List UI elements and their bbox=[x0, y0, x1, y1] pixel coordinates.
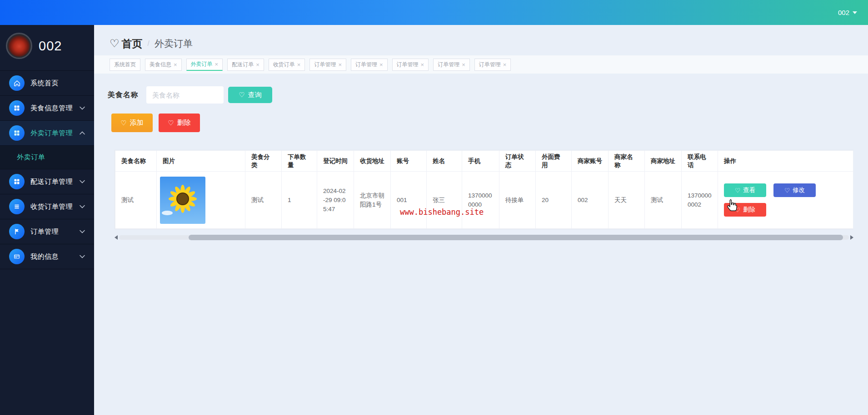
query-button[interactable]: 查询 bbox=[228, 87, 272, 103]
tab-order-mgmt-2[interactable]: 订单管理 bbox=[351, 59, 388, 71]
col-header: 外面费用 bbox=[536, 151, 572, 172]
search-row: 美食名称 查询 bbox=[108, 86, 868, 104]
cell-category: 测试 bbox=[245, 172, 282, 229]
cell-contact-phone: 13700000002 bbox=[682, 172, 718, 229]
sidebar-item-system-home[interactable]: 系统首页 bbox=[0, 71, 94, 96]
close-icon[interactable] bbox=[297, 62, 301, 68]
sidebar-item-label: 外卖订单管理 bbox=[30, 129, 73, 138]
sidebar: 002 系统首页 美食信息管理 外卖订单管理 bbox=[0, 25, 94, 415]
tab-order-mgmt-1[interactable]: 订单管理 bbox=[309, 59, 346, 71]
close-icon[interactable] bbox=[256, 62, 259, 68]
sidebar-subitem-takeout-order[interactable]: 外卖订单 bbox=[0, 146, 94, 169]
table-header-row: 美食名称 图片 美食分类 下单数量 登记时间 收货地址 账号 姓名 手机 订单状… bbox=[115, 151, 853, 172]
tab-label: 美食信息 bbox=[150, 61, 171, 69]
col-header: 操作 bbox=[718, 151, 853, 172]
col-header: 登记时间 bbox=[317, 151, 354, 172]
heart-icon bbox=[735, 206, 740, 213]
tab-food-info[interactable]: 美食信息 bbox=[145, 59, 182, 71]
tab-label: 订单管理 bbox=[479, 61, 501, 69]
sidebar-item-label: 收货订单管理 bbox=[30, 203, 73, 211]
sidebar-item-receive-orders[interactable]: 收货订单管理 bbox=[0, 194, 94, 219]
logo-text: 002 bbox=[39, 39, 62, 54]
view-button-label: 查看 bbox=[743, 186, 755, 194]
row-delete-button-label: 删除 bbox=[743, 206, 755, 214]
list-icon bbox=[9, 199, 25, 214]
sidebar-item-label: 我的信息 bbox=[30, 252, 59, 261]
chevron-down-icon bbox=[80, 205, 85, 208]
col-header: 收货地址 bbox=[354, 151, 391, 172]
chevron-down-icon bbox=[80, 106, 85, 110]
home-icon bbox=[9, 75, 25, 91]
close-icon[interactable] bbox=[338, 62, 342, 68]
food-photo[interactable] bbox=[160, 177, 205, 224]
cell-name: 张三 bbox=[427, 172, 462, 229]
sidebar-item-takeout-orders[interactable]: 外卖订单管理 bbox=[0, 121, 94, 146]
tab-system-home[interactable]: 系统首页 bbox=[110, 59, 140, 71]
breadcrumb-current: 外卖订单 bbox=[155, 37, 193, 50]
delete-button[interactable]: 删除 bbox=[159, 114, 200, 132]
sidebar-item-label: 订单管理 bbox=[30, 227, 59, 236]
tab-label: 配送订单 bbox=[232, 61, 254, 69]
breadcrumb-home[interactable]: 首页 bbox=[122, 37, 143, 51]
tab-label: 订单管理 bbox=[397, 61, 419, 69]
sidebar-subitem-label: 外卖订单 bbox=[17, 153, 45, 162]
breadcrumb: 首页 / 外卖订单 bbox=[94, 25, 868, 52]
card-icon bbox=[9, 249, 25, 264]
sidebar-item-food-info[interactable]: 美食信息管理 bbox=[0, 96, 94, 121]
tab-takeout-order[interactable]: 外卖订单 bbox=[186, 59, 223, 71]
tab-receive-order[interactable]: 收货订单 bbox=[269, 59, 305, 71]
tab-order-mgmt-4[interactable]: 订单管理 bbox=[433, 59, 470, 71]
tab-bar: 系统首页 美食信息 外卖订单 配送订单 收货订单 订单管理 订单管理 订单管理 bbox=[94, 55, 868, 74]
search-label: 美食名称 bbox=[108, 90, 139, 100]
heart-icon bbox=[784, 187, 790, 194]
col-header: 美食名称 bbox=[115, 151, 157, 172]
tab-delivery-order[interactable]: 配送订单 bbox=[227, 59, 264, 71]
close-icon[interactable] bbox=[503, 62, 507, 68]
tab-order-mgmt-3[interactable]: 订单管理 bbox=[392, 59, 429, 71]
add-button[interactable]: 添加 bbox=[111, 114, 153, 132]
close-icon[interactable] bbox=[174, 62, 177, 68]
user-menu[interactable]: 002 bbox=[838, 9, 857, 16]
chevron-down-icon bbox=[80, 255, 85, 258]
scroll-left-icon[interactable] bbox=[115, 235, 118, 240]
tab-label: 订单管理 bbox=[438, 61, 459, 69]
close-icon[interactable] bbox=[215, 61, 219, 67]
query-button-label: 查询 bbox=[248, 91, 262, 99]
orders-table: 美食名称 图片 美食分类 下单数量 登记时间 收货地址 账号 姓名 手机 订单状… bbox=[115, 150, 853, 229]
row-delete-button[interactable]: 删除 bbox=[724, 203, 766, 217]
main-content: 首页 / 外卖订单 系统首页 美食信息 外卖订单 配送订单 收货订单 订单管理 … bbox=[94, 25, 868, 415]
scroll-right-icon[interactable] bbox=[850, 235, 853, 240]
logo-avatar bbox=[6, 33, 32, 59]
col-header: 商家地址 bbox=[645, 151, 682, 172]
sidebar-item-delivery-orders[interactable]: 配送订单管理 bbox=[0, 169, 94, 194]
col-header: 下单数量 bbox=[282, 151, 317, 172]
cell-phone: 13700000000 bbox=[462, 172, 499, 229]
horizontal-scrollbar[interactable] bbox=[115, 235, 853, 240]
tab-label: 订单管理 bbox=[355, 61, 377, 69]
flag-icon bbox=[9, 224, 25, 239]
edit-button[interactable]: 修改 bbox=[773, 183, 816, 197]
col-header: 商家名称 bbox=[609, 151, 645, 172]
edit-button-label: 修改 bbox=[793, 186, 805, 194]
cell-merchant-name: 天天 bbox=[609, 172, 645, 229]
chevron-down-icon bbox=[853, 11, 857, 14]
close-icon[interactable] bbox=[462, 62, 465, 68]
cell-fee: 20 bbox=[536, 172, 572, 229]
heart-icon bbox=[110, 37, 120, 50]
tab-label: 外卖订单 bbox=[191, 60, 213, 68]
close-icon[interactable] bbox=[379, 62, 383, 68]
tab-order-mgmt-5[interactable]: 订单管理 bbox=[474, 59, 511, 71]
scrollbar-thumb[interactable] bbox=[189, 235, 843, 240]
view-button[interactable]: 查看 bbox=[724, 183, 766, 197]
cell-merchant-account: 002 bbox=[572, 172, 609, 229]
sidebar-item-my-info[interactable]: 我的信息 bbox=[0, 244, 94, 269]
col-header: 商家账号 bbox=[572, 151, 609, 172]
cell-account: 001 bbox=[391, 172, 427, 229]
user-name: 002 bbox=[838, 9, 849, 16]
close-icon[interactable] bbox=[421, 62, 424, 68]
cell-status: 待接单 bbox=[499, 172, 536, 229]
search-input[interactable] bbox=[146, 86, 224, 104]
grid-icon bbox=[9, 174, 25, 189]
sidebar-item-order-management[interactable]: 订单管理 bbox=[0, 219, 94, 244]
cell-address: 北京市朝阳路1号 bbox=[354, 172, 391, 229]
